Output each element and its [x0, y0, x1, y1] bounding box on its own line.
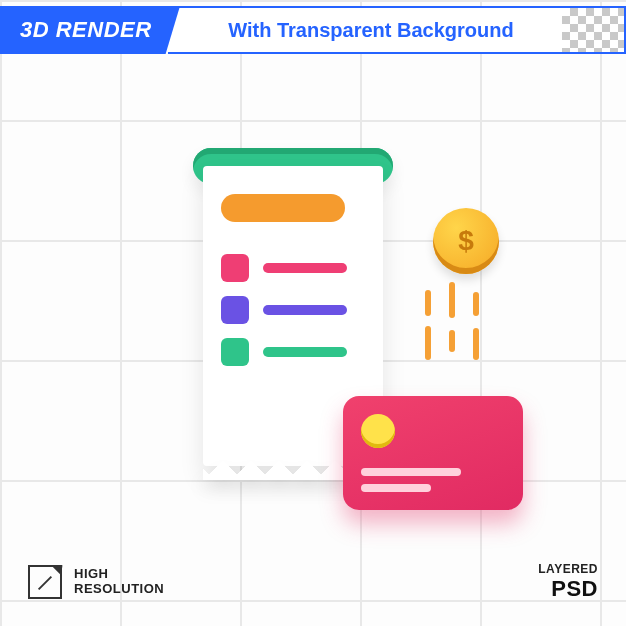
header-bar: 3D RENDER With Transparent Background: [0, 6, 626, 54]
header-title: With Transparent Background: [168, 6, 562, 54]
receipt-header-bar: [221, 194, 345, 222]
receipt-row: [221, 338, 347, 366]
high-resolution-label: HIGH RESOLUTION: [74, 567, 164, 597]
psd-label: PSD: [538, 576, 598, 602]
payment-illustration: $: [133, 148, 493, 528]
footer-left-line2: RESOLUTION: [74, 582, 164, 597]
motion-dashes-icon: [419, 282, 489, 372]
text-line: [263, 263, 347, 273]
text-line: [263, 305, 347, 315]
card-line: [361, 484, 431, 492]
badge-3d-render: 3D RENDER: [0, 6, 180, 54]
bullet-icon: [221, 296, 249, 324]
resolution-arrow-icon: [28, 565, 62, 599]
card-chip-icon: [361, 414, 395, 448]
coin-icon: $: [433, 208, 499, 274]
footer-left: HIGH RESOLUTION: [28, 565, 164, 599]
bullet-icon: [221, 338, 249, 366]
receipt-row: [221, 296, 347, 324]
bullet-icon: [221, 254, 249, 282]
credit-card-icon: [343, 396, 523, 510]
footer-left-line1: HIGH: [74, 567, 164, 582]
receipt-row: [221, 254, 347, 282]
text-line: [263, 347, 347, 357]
footer-right: LAYERED PSD: [538, 562, 598, 602]
transparency-checker-icon: [562, 6, 626, 54]
footer-bar: HIGH RESOLUTION LAYERED PSD: [28, 562, 598, 602]
layered-label: LAYERED: [538, 562, 598, 576]
card-line: [361, 468, 461, 476]
